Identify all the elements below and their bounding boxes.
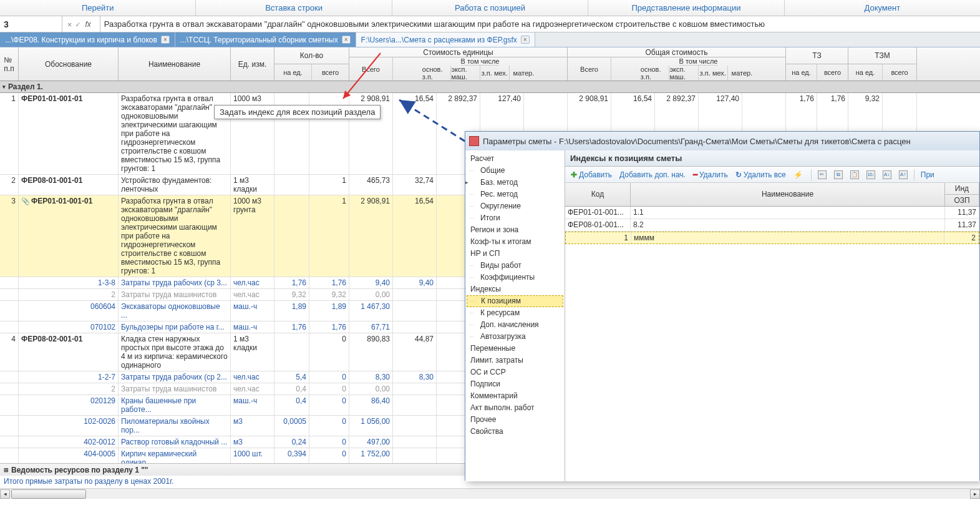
tree-node[interactable]: ⋯Доп. начисления [467,319,563,331]
main-menubar: Перейти Вставка строки Работа с позицией… [0,0,980,16]
expand-icon[interactable]: ⊞ [4,467,9,473]
delete-all-button[interactable]: ↻Удалить все [732,169,789,180]
tree-node[interactable]: ⋯Итоги [467,212,563,224]
close-icon[interactable]: × [521,36,530,44]
tree-node[interactable]: ⋯Общие [467,165,563,177]
menu-insert-row[interactable]: Вставка строки [196,0,392,16]
close-icon[interactable]: × [342,36,351,44]
tree-node[interactable]: ⋯Акт выполн. работ [467,402,563,414]
sort-asc-icon[interactable]: A↓ [880,169,895,180]
tree-node[interactable]: ⋯Подписи [467,378,563,390]
close-icon[interactable]: × [161,36,170,44]
tree-node[interactable]: ⋯Свойства [467,426,563,438]
copy-icon[interactable]: ⧉ [831,169,846,180]
dialog-table-row[interactable]: ФЕР08-01-001...8.211,37 [565,219,979,232]
tree-node[interactable]: ⋯Комментарий [467,390,563,402]
lightning-icon[interactable]: ⚡ [790,169,808,180]
horizontal-scrollbar[interactable]: ◂ ▸ [0,488,980,499]
dialog-section-title: Индексы к позициям сметы [565,150,979,167]
confirm-icon[interactable]: ✓ [75,16,80,32]
tree-node[interactable]: ⋯Коэф-ты к итогам [467,236,563,248]
document-tab[interactable]: F:\Users\a...\Смета с расценками из ФЕР.… [356,32,535,47]
tree-node[interactable]: ⋯Коэффициенты [467,272,563,283]
apply-button[interactable]: При [918,169,938,180]
tree-node[interactable]: ⋯Рес. метод [467,189,563,200]
tree-node[interactable]: ▸Баз. метод [467,177,563,189]
tree-node[interactable]: ⋯Округление [467,200,563,212]
document-tab[interactable]: ...\ФЕР08. Конструкции из кирпича и блок… [0,32,175,47]
cut-icon[interactable]: ✂ [815,169,830,180]
tree-node[interactable]: ⋯Прочее [467,414,563,426]
dialog-table-row[interactable]: ФЕР01-01-001...1.111,37 [565,207,979,219]
tooltip: Задать индекс для всех позиций раздела [214,105,381,119]
document-tabs: ...\ФЕР08. Конструкции из кирпича и блок… [0,32,980,47]
scroll-left-icon[interactable]: ◂ [0,489,10,499]
formula-bar: 3 ✕ ✓ fx Разработка грунта в отвал экска… [0,16,980,32]
tree-node[interactable]: ▾НР и СП [467,248,563,260]
dialog-titlebar[interactable]: Параметры сметы - F:\Users\adostovalov\D… [465,132,979,150]
section-header[interactable]: ▾ Раздел 1. [0,81,980,93]
dialog-nav-tree[interactable]: ▾Расчет⋯Общие▸Баз. метод⋯Рес. метод⋯Окру… [465,150,565,481]
grid-header: № п.п Обоснование Наименование Ед. изм. … [0,47,980,81]
params-dialog: Параметры сметы - F:\Users\adostovalov\D… [465,131,980,481]
sort-num-icon[interactable]: 10↓ [863,169,878,180]
tree-node[interactable]: ▾Расчет [467,153,563,165]
dialog-table-row[interactable]: 1мммм2 [565,232,979,244]
add-button[interactable]: ✚Добавить [568,169,615,180]
collapse-icon[interactable]: ▾ [2,84,6,90]
cancel-icon[interactable]: ✕ [67,16,72,32]
tree-node[interactable]: ▾Индексы [467,283,563,295]
dialog-toolbar: ✚Добавить Добавить доп. нач. ━Удалить ↻У… [565,167,979,183]
scroll-thumb[interactable] [11,489,86,499]
document-tab[interactable]: ...\ТССЦ. Территориальный сборник сметны… [175,32,356,47]
sort-desc-icon[interactable]: A↑ [896,169,911,180]
tree-node[interactable]: ⋯ОС и ССР [467,366,563,378]
menu-goto[interactable]: Перейти [0,0,196,16]
name-box[interactable]: 3 [0,16,62,32]
delete-button[interactable]: ━Удалить [690,169,731,180]
paste-icon[interactable]: 📋 [847,169,862,180]
menu-info-view[interactable]: Представление информации [588,0,784,16]
tree-node[interactable]: ▸Лимит. затраты [467,355,563,366]
tree-node[interactable]: ⋯К позициям [467,295,563,307]
app-icon [469,136,479,146]
tree-node[interactable]: ⋯Автозагрузка [467,331,563,343]
scroll-right-icon[interactable]: ▸ [970,489,980,499]
dialog-grid-body[interactable]: ФЕР01-01-001...1.111,37ФЕР08-01-001...8.… [565,207,979,244]
add-extra-button[interactable]: Добавить доп. нач. [616,169,689,180]
tree-node[interactable]: ⋯К ресурсам [467,307,563,319]
tree-node[interactable]: ⋯Виды работ [467,260,563,272]
formula-input[interactable]: Разработка грунта в отвал экскаваторами … [100,16,980,32]
fx-icon[interactable]: fx [84,16,94,32]
attachment-icon: 📎 [21,197,30,205]
menu-work-position[interactable]: Работа с позицией [392,0,588,16]
menu-document[interactable]: Документ [785,0,980,16]
dialog-grid-header: Код Наименование Инд ОЗП [565,183,979,207]
tree-node[interactable]: ⋯Регион и зона [467,224,563,236]
tree-node[interactable]: ⋯Переменные [467,343,563,355]
